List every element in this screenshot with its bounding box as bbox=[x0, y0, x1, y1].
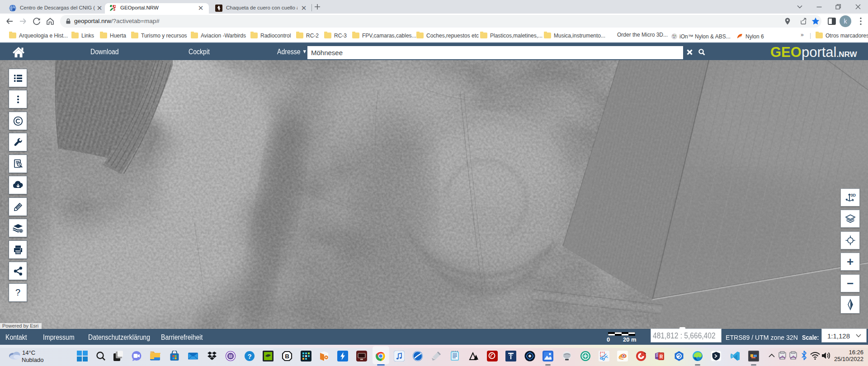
svg-text:B: B bbox=[285, 353, 289, 360]
svg-text:R: R bbox=[660, 354, 663, 359]
svg-text:?: ? bbox=[247, 352, 251, 360]
svg-text:3D: 3D bbox=[850, 193, 856, 197]
